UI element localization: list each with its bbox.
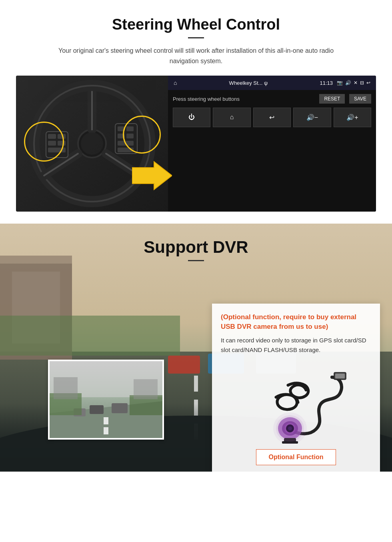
vol-up-ctrl-btn[interactable]: 🔊+ [334,108,371,127]
steering-wheel-photo [16,76,168,212]
android-control-row: Press steering wheel buttons RESET SAVE [173,94,371,104]
steering-title: Steering Wheel Control [16,16,376,33]
optional-function-button[interactable]: Optional Function [256,449,336,465]
svg-point-60 [273,412,307,444]
title-divider [188,37,204,38]
home-icon: ⌂ [174,80,177,86]
dvr-title: Support DVR [0,238,392,257]
dvr-thumbnail-image [50,361,162,438]
svg-rect-33 [194,376,198,392]
svg-rect-44 [112,403,128,413]
svg-rect-42 [104,427,108,434]
dvr-optional-notice: (Optional function, require to buy exter… [221,312,371,332]
vol-down-ctrl-btn[interactable]: 🔊− [293,108,331,127]
android-time: 11:13 [320,80,333,86]
android-status-bar: ⌂ Wheelkey St... ψ 11:13 📷 🔊 ✕ ⊟ ↩ [168,76,376,90]
svg-rect-41 [104,417,108,424]
save-button[interactable]: SAVE [349,94,371,104]
android-control-buttons: ⏻ ⌂ ↩ 🔊− 🔊+ [173,108,371,127]
dvr-road-thumbnail [48,360,164,440]
left-circle-highlight [24,122,64,162]
android-prompt: Press steering wheel buttons [173,96,240,102]
svg-marker-23 [132,162,172,190]
steering-arrow [132,160,172,192]
back-ctrl-btn[interactable]: ↩ [253,108,291,127]
status-icons: 📷 🔊 ✕ ⊟ ↩ [337,80,370,86]
home-ctrl-btn[interactable]: ⌂ [213,108,250,127]
dvr-info-card: (Optional function, require to buy exter… [212,304,380,472]
dvr-card-description: It can record video only to storage in G… [221,336,371,355]
svg-rect-30 [168,356,200,374]
steering-composite-image: ⌂ Wheelkey St... ψ 11:13 📷 🔊 ✕ ⊟ ↩ Press… [16,76,376,212]
dvr-title-divider [188,260,204,261]
android-head-unit: ⌂ Wheelkey St... ψ 11:13 📷 🔊 ✕ ⊟ ↩ Press… [168,76,376,212]
dvr-section: Support DVR [0,224,392,472]
volume-icon: 🔊 [345,80,351,86]
android-action-buttons: RESET SAVE [317,94,371,104]
android-app-title: Wheelkey St... ψ [181,80,316,86]
svg-rect-43 [90,405,104,414]
svg-rect-48 [54,377,78,399]
close-icon: ✕ [354,80,358,86]
power-ctrl-btn[interactable]: ⏻ [173,108,210,127]
steering-subtitle: Your original car's steering wheel contr… [46,46,346,66]
svg-point-9 [81,132,103,155]
dvr-camera-illustration [221,361,371,449]
dvr-title-area: Support DVR [0,224,392,269]
right-circle-highlight [123,116,161,154]
steering-section: Steering Wheel Control Your original car… [0,0,392,224]
svg-rect-29 [0,316,180,356]
camera-icon: 📷 [337,80,343,86]
android-content-area: Press steering wheel buttons RESET SAVE … [168,90,376,212]
back-icon: ↩ [366,80,370,86]
svg-rect-49 [134,379,158,399]
svg-rect-51 [335,374,345,378]
reset-button[interactable]: RESET [319,94,345,104]
mirror-icon: ⊟ [360,80,364,86]
